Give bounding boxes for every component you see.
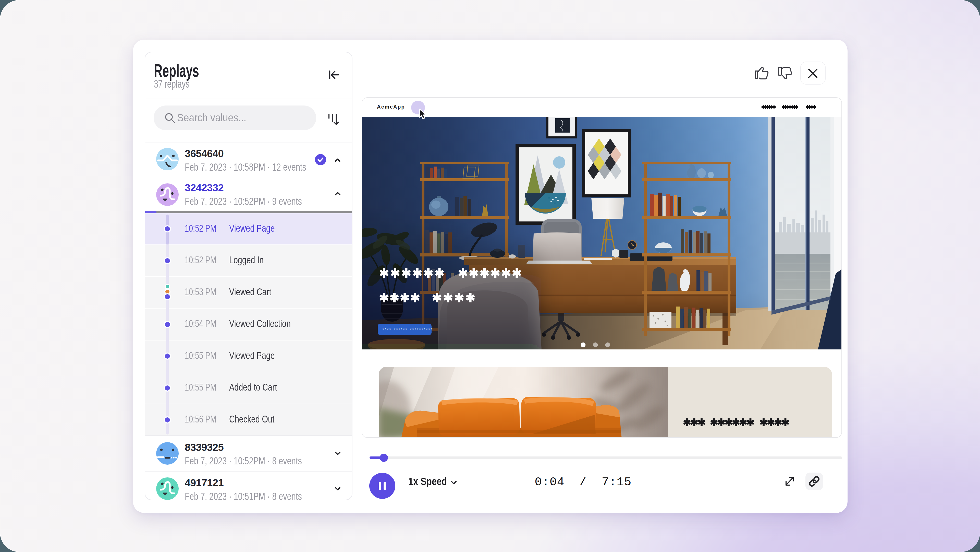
- svg-text:**** ****** **********: **** ****** **********: [382, 328, 433, 332]
